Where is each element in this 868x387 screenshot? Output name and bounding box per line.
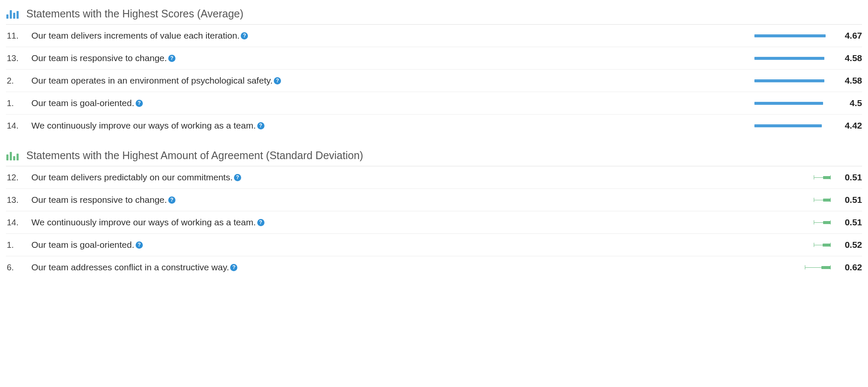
score-bar bbox=[754, 244, 831, 247]
statement-text: Our team delivers predictably on our com… bbox=[31, 172, 751, 182]
statement-text: Our team is responsive to change.? bbox=[31, 53, 751, 63]
statement-text: We continuously improve our ways of work… bbox=[31, 121, 751, 131]
item-number: 1. bbox=[6, 240, 28, 250]
whisker-range bbox=[814, 175, 831, 179]
highest-agreement-list: 12.Our team delivers predictably on our … bbox=[6, 166, 862, 278]
value-bar bbox=[754, 102, 823, 105]
highest-agreement-section: Statements with the Highest Amount of Ag… bbox=[6, 147, 862, 278]
whisker-range bbox=[805, 265, 831, 269]
section-header: Statements with the Highest Amount of Ag… bbox=[6, 147, 862, 166]
highest-scores-list: 11.Our team delivers increments of value… bbox=[6, 25, 862, 137]
score-bar bbox=[754, 176, 831, 179]
score-value: 0.62 bbox=[834, 262, 862, 272]
score-value: 0.51 bbox=[834, 172, 862, 182]
help-icon[interactable]: ? bbox=[274, 77, 281, 84]
statement-label: Our team is goal-oriented. bbox=[31, 240, 134, 250]
score-bar bbox=[754, 57, 831, 60]
statement-text: Our team is responsive to change.? bbox=[31, 195, 751, 205]
score-bar bbox=[754, 34, 831, 37]
list-item: 1.Our team is goal-oriented.?4.5 bbox=[6, 92, 862, 115]
list-item: 6.Our team addresses conflict in a const… bbox=[6, 256, 862, 278]
item-number: 12. bbox=[6, 173, 28, 182]
statement-label: Our team is goal-oriented. bbox=[31, 98, 134, 108]
item-number: 13. bbox=[6, 53, 28, 63]
score-value: 4.5 bbox=[834, 98, 862, 108]
statement-label: Our team is responsive to change. bbox=[31, 195, 167, 205]
list-item: 13.Our team is responsive to change.?4.5… bbox=[6, 47, 862, 70]
value-bar bbox=[754, 57, 824, 60]
value-bar bbox=[754, 124, 822, 127]
help-icon[interactable]: ? bbox=[168, 55, 175, 62]
score-value: 0.52 bbox=[834, 240, 862, 250]
statement-label: Our team delivers increments of value ea… bbox=[31, 31, 239, 41]
statement-text: Our team addresses conflict in a constru… bbox=[31, 262, 751, 272]
statement-label: We continuously improve our ways of work… bbox=[31, 217, 256, 227]
value-bar bbox=[754, 79, 824, 82]
list-item: 1.Our team is goal-oriented.?0.52 bbox=[6, 234, 862, 256]
help-icon[interactable]: ? bbox=[257, 122, 264, 129]
item-number: 11. bbox=[6, 31, 28, 41]
item-number: 1. bbox=[6, 98, 28, 108]
section-header: Statements with the Highest Scores (Aver… bbox=[6, 5, 862, 25]
score-value: 4.67 bbox=[834, 31, 862, 41]
statement-text: Our team is goal-oriented.? bbox=[31, 98, 751, 108]
list-item: 14.We continuously improve our ways of w… bbox=[6, 211, 862, 234]
list-item: 13.Our team is responsive to change.?0.5… bbox=[6, 189, 862, 211]
section-title: Statements with the Highest Scores (Aver… bbox=[26, 8, 243, 20]
item-number: 2. bbox=[6, 76, 28, 86]
score-value: 0.51 bbox=[834, 195, 862, 205]
whisker-range bbox=[814, 198, 831, 202]
statement-text: We continuously improve our ways of work… bbox=[31, 217, 751, 227]
score-bar bbox=[754, 124, 831, 127]
highest-scores-section: Statements with the Highest Scores (Aver… bbox=[6, 5, 862, 137]
item-number: 13. bbox=[6, 195, 28, 205]
help-icon[interactable]: ? bbox=[234, 174, 241, 181]
score-value: 0.51 bbox=[834, 217, 862, 227]
help-icon[interactable]: ? bbox=[241, 32, 248, 39]
whisker-range bbox=[814, 243, 831, 247]
score-value: 4.42 bbox=[834, 121, 862, 131]
statement-label: Our team addresses conflict in a constru… bbox=[31, 262, 229, 272]
statement-label: Our team is responsive to change. bbox=[31, 53, 167, 63]
score-bar bbox=[754, 79, 831, 82]
list-item: 2.Our team operates in an environment of… bbox=[6, 70, 862, 92]
item-number: 14. bbox=[6, 121, 28, 131]
help-icon[interactable]: ? bbox=[136, 241, 143, 249]
bar-chart-icon bbox=[6, 151, 19, 160]
help-icon[interactable]: ? bbox=[168, 196, 175, 204]
list-item: 12.Our team delivers predictably on our … bbox=[6, 166, 862, 189]
statement-text: Our team is goal-oriented.? bbox=[31, 240, 751, 250]
statement-label: We continuously improve our ways of work… bbox=[31, 121, 256, 131]
statement-label: Our team operates in an environment of p… bbox=[31, 76, 273, 86]
list-item: 11.Our team delivers increments of value… bbox=[6, 25, 862, 47]
score-bar bbox=[754, 199, 831, 202]
help-icon[interactable]: ? bbox=[230, 264, 237, 271]
whisker-range bbox=[814, 220, 831, 224]
score-value: 4.58 bbox=[834, 53, 862, 63]
bar-chart-icon bbox=[6, 9, 19, 19]
statement-text: Our team delivers increments of value ea… bbox=[31, 31, 751, 41]
score-bar bbox=[754, 102, 831, 105]
help-icon[interactable]: ? bbox=[136, 100, 143, 107]
score-bar bbox=[754, 266, 831, 269]
item-number: 14. bbox=[6, 218, 28, 227]
item-number: 6. bbox=[6, 263, 28, 272]
statement-text: Our team operates in an environment of p… bbox=[31, 76, 751, 86]
score-bar bbox=[754, 221, 831, 224]
score-value: 4.58 bbox=[834, 76, 862, 86]
value-bar bbox=[754, 34, 826, 37]
section-title: Statements with the Highest Amount of Ag… bbox=[26, 149, 363, 162]
statement-label: Our team delivers predictably on our com… bbox=[31, 172, 233, 182]
list-item: 14.We continuously improve our ways of w… bbox=[6, 115, 862, 137]
help-icon[interactable]: ? bbox=[257, 219, 264, 226]
